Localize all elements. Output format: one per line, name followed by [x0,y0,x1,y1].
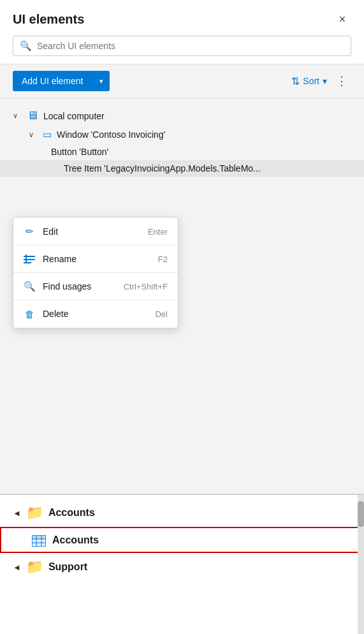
tree-item-local-computer[interactable]: ∨ 🖥 Local computer [0,106,364,126]
delete-icon: 🗑 [24,308,35,320]
computer-icon: 🖥 [27,109,38,122]
rename-icon [24,253,35,265]
search-input[interactable] [37,41,344,51]
menu-divider [13,272,178,273]
add-button-dropdown-arrow[interactable]: ▾ [93,72,110,91]
delete-shortcut: Del [155,309,168,319]
window-icon: ▭ [43,129,52,140]
edit-icon: ✏ [24,226,35,237]
tree-item-legacy[interactable]: Tree Item 'LegacyInvoicingApp.Models.Tab… [0,160,364,177]
context-menu-item-delete[interactable]: 🗑 Delete Del [13,302,178,325]
accounts-folder-icon: 📁 [26,505,43,521]
find-shortcut: Ctrl+Shift+F [124,282,168,291]
chevron-icon: ∨ [29,131,38,139]
context-menu-item-rename[interactable]: Rename F2 [13,247,178,270]
accounts-parent-label: Accounts [48,507,95,519]
svg-rect-2 [24,262,31,263]
header-title-row: UI elements × [13,10,351,28]
toolbar-right: ⇅ Sort ▾ ⋮ [291,71,351,91]
accounts-child-label: Accounts [52,534,99,546]
sort-button[interactable]: ⇅ Sort ▾ [291,75,327,87]
support-folder-icon: 📁 [26,559,43,575]
rename-shortcut: F2 [158,254,168,264]
support-chevron: ◄ [13,563,21,572]
scrollbar-thumb[interactable] [358,501,364,527]
find-label: Find usages [43,281,91,291]
rename-label: Rename [43,254,76,264]
chevron-icon: ∨ [13,112,22,120]
sort-icon: ⇅ [291,75,300,87]
menu-divider [13,245,178,246]
bottom-panel: ◄ 📁 Accounts Accounts ◄ 📁 Suppor [0,494,364,634]
page-title: UI elements [13,12,84,27]
sort-label: Sort [303,76,319,86]
edit-shortcut: Enter [148,227,168,237]
sort-dropdown-icon: ▾ [323,76,327,86]
svg-rect-1 [24,259,35,260]
bottom-tree-item-support[interactable]: ◄ 📁 Support [0,554,364,580]
more-options-button[interactable]: ⋮ [332,71,351,91]
context-menu: ✏ Edit Enter Rename F2 🔍 Find usages Ctr [13,217,178,328]
tree-item-window[interactable]: ∨ ▭ Window 'Contoso Invoicing' [0,126,364,144]
bottom-scrollbar[interactable] [358,495,364,634]
delete-label: Delete [43,309,68,319]
tree-item-button[interactable]: Button 'Button' [0,144,364,160]
header: UI elements × 🔍 [0,0,364,64]
accounts-parent-chevron: ◄ [13,508,21,518]
search-icon: 🔍 [20,40,32,52]
svg-rect-9 [32,535,46,539]
support-label: Support [48,561,87,573]
bottom-tree-item-accounts-parent[interactable]: ◄ 📁 Accounts [0,500,364,526]
context-menu-item-edit[interactable]: ✏ Edit Enter [13,220,178,243]
bottom-tree-item-accounts-child[interactable]: Accounts [0,527,359,553]
edit-label: Edit [43,226,58,237]
close-button[interactable]: × [333,10,351,28]
menu-divider [13,300,178,300]
add-ui-element-button[interactable]: Add UI element ▾ [13,71,110,91]
context-menu-item-find[interactable]: 🔍 Find usages Ctrl+Shift+F [13,275,178,298]
toolbar: Add UI element ▾ ⇅ Sort ▾ ⋮ [0,64,364,98]
tree-area: ∨ 🖥 Local computer ∨ ▭ Window 'Contoso I… [0,98,364,184]
svg-rect-3 [25,254,27,263]
tree-item-label: Window 'Contoso Invoicing' [57,129,165,140]
find-usages-icon: 🔍 [24,281,35,292]
tree-item-label: Tree Item 'LegacyInvoicingApp.Models.Tab… [64,163,261,173]
svg-rect-0 [24,256,35,257]
bottom-tree-area: ◄ 📁 Accounts Accounts ◄ 📁 Suppor [0,495,364,634]
accounts-table-icon [32,533,46,547]
add-button-label: Add UI element [13,71,92,91]
tree-item-label: Local computer [43,111,105,121]
search-bar: 🔍 [13,36,351,56]
tree-item-label: Button 'Button' [51,147,108,157]
